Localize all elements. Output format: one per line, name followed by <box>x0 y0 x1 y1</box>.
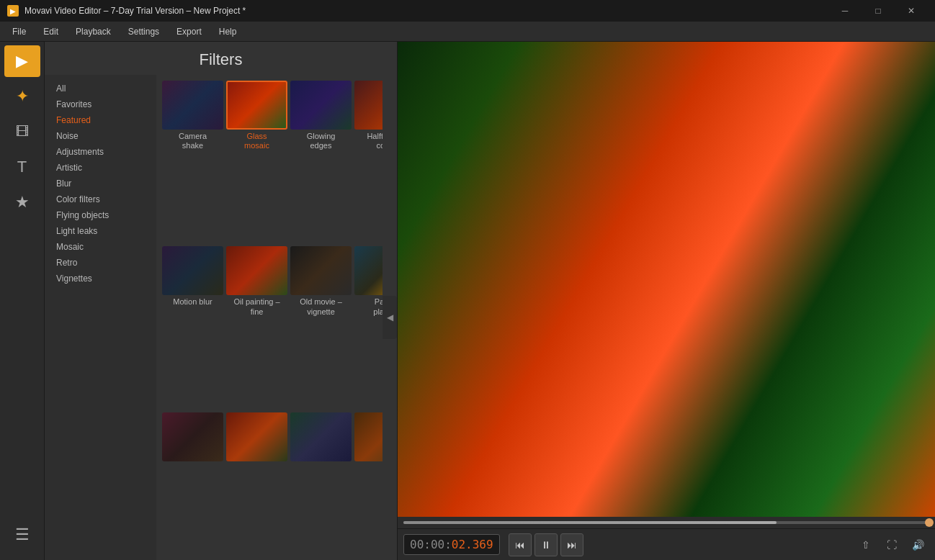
preview-image <box>398 42 935 517</box>
progress-bar-area[interactable] <box>398 517 935 528</box>
menu-help[interactable]: Help <box>210 24 246 40</box>
filter-thumb-oil-painting <box>226 246 287 295</box>
main-area: ▶ ✦ 🎞 T ★ ☰ Filters All Favorites Featur… <box>0 42 935 560</box>
fullscreen-button[interactable]: ⛶ <box>880 533 903 556</box>
filter-name-old-movie: Old movie –vignette <box>300 297 342 316</box>
filters-body: All Favorites Featured Noise Adjustments… <box>45 75 397 560</box>
menu-playback[interactable]: Playback <box>67 24 120 40</box>
filter-name-glass-mosaic: Glassmosaic <box>244 132 269 150</box>
left-sidebar: ▶ ✦ 🎞 T ★ ☰ <box>0 42 45 560</box>
sidebar-item-effects[interactable]: ✦ <box>4 81 40 112</box>
volume-button[interactable]: 🔊 <box>906 533 929 556</box>
menu-edit[interactable]: Edit <box>35 24 67 40</box>
filter-cat-light-leaks[interactable]: Light leaks <box>45 223 156 239</box>
filter-item-old-movie[interactable]: Old movie –vignette <box>290 246 352 409</box>
filters-title: Filters <box>45 42 397 75</box>
sidebar-item-video[interactable]: 🎞 <box>4 116 40 148</box>
filter-item-r3[interactable] <box>290 412 352 554</box>
filter-item-r1[interactable] <box>162 412 223 554</box>
skip-forward-button[interactable]: ⏭ <box>560 533 583 556</box>
timecode-orange: 02.369 <box>452 538 493 551</box>
preview-panel: 00:00:02.369 ⏮ ⏸ ⏭ ⇧ ⛶ 🔊 <box>398 42 935 560</box>
sidebar-item-media[interactable]: ▶ <box>4 45 40 77</box>
transport-controls: 00:00:02.369 ⏮ ⏸ ⏭ ⇧ ⛶ 🔊 <box>398 528 935 560</box>
timecode-prefix: 00:00: <box>410 538 452 551</box>
filter-item-paper-planes[interactable]: Paperplanes <box>354 246 382 409</box>
filter-item-glowing-edges[interactable]: Glowingedges <box>290 81 352 243</box>
filter-item-glass-mosaic[interactable]: Glassmosaic <box>226 81 287 243</box>
filter-item-r2[interactable] <box>226 412 287 554</box>
filter-cat-all[interactable]: All <box>45 81 156 96</box>
export-frame-button[interactable]: ⇧ <box>854 533 877 556</box>
filter-cat-noise[interactable]: Noise <box>45 128 156 144</box>
filter-cat-retro[interactable]: Retro <box>45 255 156 271</box>
progress-fill <box>403 521 777 524</box>
video-preview <box>398 42 935 517</box>
filter-cat-favorites[interactable]: Favorites <box>45 96 156 112</box>
menubar: File Edit Playback Settings Export Help <box>0 22 935 42</box>
play-pause-button[interactable]: ⏸ <box>534 533 558 556</box>
titlebar: ▶ Movavi Video Editor – 7-Day Trial Vers… <box>0 0 935 22</box>
sidebar-item-favorites[interactable]: ★ <box>4 186 40 218</box>
filter-name-glowing-edges: Glowingedges <box>307 132 336 150</box>
filter-cat-flying-objects[interactable]: Flying objects <box>45 207 156 223</box>
filter-item-camera-shake[interactable]: Camerashake <box>162 81 223 243</box>
filter-categories: All Favorites Featured Noise Adjustments… <box>45 75 156 560</box>
maximize-button[interactable]: □ <box>862 0 895 22</box>
menu-settings[interactable]: Settings <box>120 24 168 40</box>
panel-collapse-button[interactable]: ◀ <box>382 296 397 339</box>
app-icon: ▶ <box>7 5 19 17</box>
filter-thumb-old-movie <box>290 246 352 295</box>
filter-grid-area: Camerashake Glassmosaic Glowingedges Hal… <box>156 75 382 560</box>
filter-thumb-camera-shake <box>162 81 223 130</box>
filter-thumb-r4 <box>354 412 382 461</box>
filter-name-paper-planes: Paperplanes <box>373 297 382 316</box>
filter-thumb-halftone-color <box>354 81 382 130</box>
menu-export[interactable]: Export <box>168 24 210 40</box>
filter-name-oil-painting: Oil painting –fine <box>233 297 279 316</box>
timecode-display: 00:00:02.369 <box>403 534 500 555</box>
window-title: Movavi Video Editor – 7-Day Trial Versio… <box>24 6 246 16</box>
filter-item-oil-painting[interactable]: Oil painting –fine <box>226 246 287 409</box>
sidebar-item-text[interactable]: T <box>4 151 40 183</box>
window-controls: ─ □ ✕ <box>828 0 928 22</box>
filter-item-halftone-color[interactable]: Halftone –color <box>354 81 382 243</box>
filter-thumb-paper-planes <box>354 246 382 295</box>
minimize-button[interactable]: ─ <box>828 0 862 22</box>
progress-thumb[interactable] <box>925 518 934 527</box>
filter-thumb-r2 <box>226 412 287 461</box>
filter-name-motion-blur: Motion blur <box>173 297 212 307</box>
filter-name-camera-shake: Camerashake <box>179 132 207 150</box>
sidebar-item-menu[interactable]: ☰ <box>4 519 40 551</box>
filter-thumb-motion-blur <box>162 246 223 295</box>
filter-name-halftone-color: Halftone –color <box>367 132 382 150</box>
filter-cat-color-filters[interactable]: Color filters <box>45 191 156 207</box>
close-button[interactable]: ✕ <box>895 0 928 22</box>
filter-cat-artistic[interactable]: Artistic <box>45 160 156 176</box>
filter-thumb-glass-mosaic <box>226 81 287 130</box>
filters-panel: Filters All Favorites Featured Noise Adj… <box>45 42 398 560</box>
filter-item-r4[interactable] <box>354 412 382 554</box>
filter-cat-featured[interactable]: Featured <box>45 112 156 128</box>
filter-thumb-r1 <box>162 412 223 461</box>
filter-item-motion-blur[interactable]: Motion blur <box>162 246 223 409</box>
filter-grid: Camerashake Glassmosaic Glowingedges Hal… <box>156 75 382 560</box>
filter-cat-adjustments[interactable]: Adjustments <box>45 144 156 160</box>
menu-file[interactable]: File <box>4 24 35 40</box>
filter-thumb-glowing-edges <box>290 81 352 130</box>
progress-track[interactable] <box>403 521 929 524</box>
filter-cat-blur[interactable]: Blur <box>45 176 156 191</box>
filter-cat-vignettes[interactable]: Vignettes <box>45 271 156 286</box>
filter-thumb-r3 <box>290 412 352 461</box>
filter-cat-mosaic[interactable]: Mosaic <box>45 239 156 255</box>
skip-back-button[interactable]: ⏮ <box>509 533 532 556</box>
